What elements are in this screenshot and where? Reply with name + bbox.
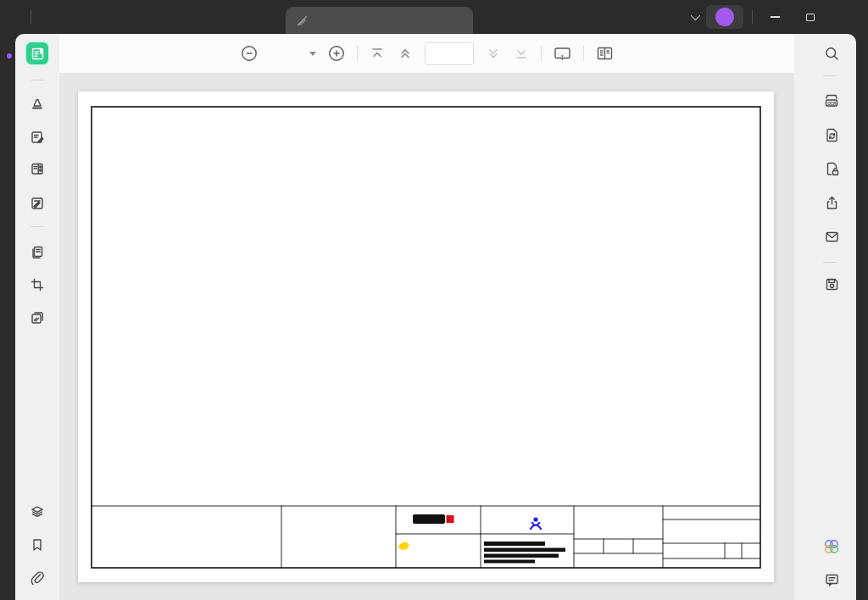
title-block [92, 506, 760, 568]
previous-page-button[interactable] [397, 45, 414, 62]
tab-close-icon[interactable] [456, 19, 463, 22]
presentation-mode-button[interactable] [553, 44, 572, 64]
divider [823, 75, 837, 76]
sidebar-item-crop[interactable] [26, 274, 48, 296]
right-sidebar: OCR [794, 34, 856, 600]
avatar [715, 8, 734, 26]
sidebar-item-protect[interactable] [821, 158, 843, 180]
minimize-button[interactable] [761, 5, 788, 29]
new-tab-button[interactable] [473, 7, 502, 34]
divider [541, 46, 542, 61]
left-edge-strip [0, 34, 15, 600]
left-sidebar [15, 34, 59, 600]
menu-ajuda[interactable] [70, 12, 97, 22]
notification-dot [7, 53, 12, 58]
menu-arquivo[interactable] [43, 12, 70, 22]
sidebar-item-fill-sign[interactable] [26, 192, 48, 214]
right-edge-strip [856, 34, 868, 600]
chevron-down-icon [691, 11, 700, 20]
divider [823, 262, 837, 263]
sidebar-item-watermark[interactable] [26, 307, 48, 329]
close-button[interactable] [832, 5, 860, 29]
sidebar-item-share[interactable] [821, 192, 843, 214]
zoom-dropdown[interactable] [309, 52, 316, 56]
zoom-out-button[interactable] [240, 44, 259, 63]
divider [31, 80, 44, 81]
document-canvas[interactable] [59, 73, 794, 600]
tab-cad[interactable] [286, 7, 473, 34]
divider [357, 46, 358, 61]
sidebar-item-search[interactable] [821, 42, 843, 64]
tab-count-dropdown[interactable] [687, 14, 698, 20]
tab-qqq[interactable] [120, 7, 286, 34]
sidebar-item-convert[interactable] [821, 124, 843, 146]
toolbar [59, 34, 794, 73]
divider [583, 46, 584, 61]
sidebar-item-feedback[interactable] [821, 569, 843, 591]
divider [31, 226, 44, 227]
divider [752, 10, 753, 24]
sidebar-item-bookmark[interactable] [26, 534, 48, 556]
sidebar-item-save[interactable] [821, 273, 843, 295]
pdf-page [78, 92, 774, 582]
svg-text:OCR: OCR [827, 102, 837, 106]
scroll-to-top-button[interactable] [369, 45, 386, 62]
sidebar-item-reader-mode[interactable] [26, 42, 48, 64]
maximize-icon [806, 14, 815, 21]
reading-mode-button[interactable] [595, 44, 615, 64]
page-indicator-input[interactable] [425, 42, 474, 65]
sidebar-item-ocr[interactable]: OCR [821, 90, 843, 112]
sidebar-item-page-copy[interactable] [26, 242, 48, 264]
tab-readonly-icon [296, 14, 309, 27]
sidebar-item-organize-pages[interactable] [26, 158, 48, 180]
sidebar-item-highlighter[interactable] [26, 92, 48, 114]
sidebar-item-layers[interactable] [26, 501, 48, 523]
sidebar-item-updf-ai[interactable] [821, 536, 843, 558]
sidebar-item-comment[interactable] [26, 126, 48, 148]
sidebar-item-email[interactable] [821, 225, 843, 247]
maximize-button[interactable] [797, 5, 824, 29]
lta-logo-figure [531, 517, 541, 529]
next-page-button[interactable] [485, 45, 502, 62]
minimize-icon [771, 16, 780, 18]
scroll-to-bottom-button[interactable] [513, 45, 530, 62]
account-button[interactable] [706, 5, 743, 29]
chevron-down-icon [309, 52, 316, 56]
sidebar-item-attachment[interactable] [26, 567, 48, 589]
title-bar [0, 0, 868, 34]
cad-drawing [78, 92, 774, 582]
zoom-in-button[interactable] [327, 44, 346, 63]
divider [31, 10, 31, 24]
